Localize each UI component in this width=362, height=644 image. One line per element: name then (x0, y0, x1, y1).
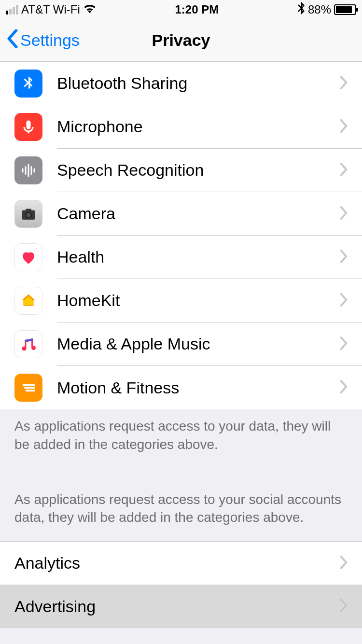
chevron-right-icon (340, 336, 348, 352)
signal-bars-icon (6, 5, 18, 14)
chevron-right-icon (340, 76, 348, 91)
row-homekit[interactable]: HomeKit (0, 279, 362, 322)
battery-icon (334, 4, 356, 15)
bluetooth-icon (14, 70, 42, 98)
camera-icon (14, 200, 42, 228)
row-label: Health (57, 248, 340, 266)
row-label: Analytics (14, 554, 340, 573)
row-label: Advertising (14, 597, 340, 616)
status-right: 88% (297, 2, 356, 17)
nav-bar: Settings Privacy (0, 19, 362, 62)
chevron-left-icon (7, 29, 18, 52)
status-time: 1:20 PM (175, 3, 219, 16)
carrier-label: AT&T Wi-Fi (21, 3, 80, 16)
homekit-icon (14, 287, 42, 315)
row-label: Speech Recognition (57, 161, 340, 180)
motion-icon (14, 374, 42, 402)
status-bar: AT&T Wi-Fi 1:20 PM 88% (0, 0, 362, 19)
chevron-right-icon (340, 380, 348, 395)
svg-rect-6 (26, 209, 31, 211)
row-analytics[interactable]: Analytics (0, 541, 362, 585)
row-label: Motion & Fitness (57, 378, 340, 397)
secondary-list: Analytics Advertising (0, 541, 362, 628)
row-media-apple-music[interactable]: Media & Apple Music (0, 322, 362, 366)
chevron-right-icon (340, 250, 348, 265)
privacy-list: Bluetooth Sharing Microphone Speech Reco… (0, 62, 362, 409)
chevron-right-icon (340, 293, 348, 308)
row-camera[interactable]: Camera (0, 192, 362, 236)
music-icon (14, 330, 42, 358)
row-label: Bluetooth Sharing (57, 74, 340, 93)
chevron-right-icon (340, 556, 348, 571)
health-icon (14, 243, 42, 271)
row-label: Media & Apple Music (57, 335, 340, 353)
back-label: Settings (20, 31, 80, 50)
page-title: Privacy (152, 31, 210, 50)
bluetooth-status-icon (297, 2, 305, 17)
footer-text-1: As applications request access to your d… (0, 409, 362, 454)
chevron-right-icon (340, 599, 348, 614)
back-button[interactable]: Settings (0, 29, 80, 52)
speech-icon (14, 156, 42, 184)
row-advertising[interactable]: Advertising (0, 585, 362, 628)
row-speech-recognition[interactable]: Speech Recognition (0, 149, 362, 192)
row-label: Microphone (57, 117, 340, 136)
wifi-icon (83, 3, 97, 16)
chevron-right-icon (340, 206, 348, 222)
row-bluetooth-sharing[interactable]: Bluetooth Sharing (0, 62, 362, 105)
chevron-right-icon (340, 163, 348, 178)
row-label: HomeKit (57, 291, 340, 310)
status-left: AT&T Wi-Fi (6, 3, 97, 16)
chevron-right-icon (340, 119, 348, 135)
row-motion-fitness[interactable]: Motion & Fitness (0, 366, 362, 409)
row-microphone[interactable]: Microphone (0, 105, 362, 149)
footer-text-2: As applications request access to your s… (0, 483, 362, 527)
battery-percentage: 88% (308, 3, 331, 16)
svg-point-8 (27, 213, 31, 217)
battery-fill (336, 6, 352, 13)
microphone-icon (14, 113, 42, 141)
row-label: Camera (57, 204, 340, 223)
row-health[interactable]: Health (0, 236, 362, 279)
